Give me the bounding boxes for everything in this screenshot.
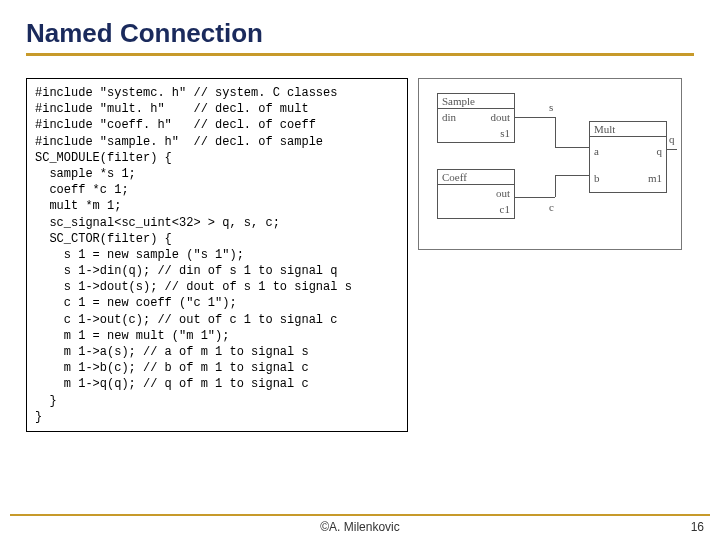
port-din: din xyxy=(442,111,456,123)
wire-s-v xyxy=(555,117,556,147)
slide: Named Connection #include "systemc. h" /… xyxy=(0,0,720,540)
wire-c-h2 xyxy=(555,175,589,176)
module-coeff-title: Coeff xyxy=(438,170,514,185)
port-a: a xyxy=(594,145,599,157)
port-q: q xyxy=(657,145,663,157)
wire-q xyxy=(667,149,677,150)
wire-c-v xyxy=(555,175,556,197)
wire-s-h1 xyxy=(515,117,555,118)
port-dout: dout xyxy=(490,111,510,123)
code-listing: #include "systemc. h" // system. C class… xyxy=(26,78,408,432)
signal-s-label: s xyxy=(549,101,553,113)
signal-q-label: q xyxy=(669,133,675,145)
module-sample: Sample din dout s1 xyxy=(437,93,515,143)
module-sample-title: Sample xyxy=(438,94,514,109)
footer-author: ©A. Milenkovic xyxy=(0,520,720,534)
block-diagram: Sample din dout s1 Coeff xyxy=(418,78,682,250)
inst-m1: m1 xyxy=(648,172,662,184)
footer-page-number: 16 xyxy=(691,520,704,534)
wire-c-h1 xyxy=(515,197,555,198)
inst-s1: s1 xyxy=(500,127,510,139)
port-b: b xyxy=(594,172,600,184)
title-rule xyxy=(26,53,694,56)
slide-title: Named Connection xyxy=(26,18,694,49)
port-out: out xyxy=(496,187,510,199)
wire-s-h2 xyxy=(555,147,589,148)
inst-c1: c1 xyxy=(500,203,510,215)
module-mult: Mult a q b m1 xyxy=(589,121,667,193)
module-coeff: Coeff out c1 xyxy=(437,169,515,219)
signal-c-label: c xyxy=(549,201,554,213)
content-row: #include "systemc. h" // system. C class… xyxy=(26,66,694,444)
module-mult-title: Mult xyxy=(590,122,666,137)
footer-rule xyxy=(10,514,710,516)
